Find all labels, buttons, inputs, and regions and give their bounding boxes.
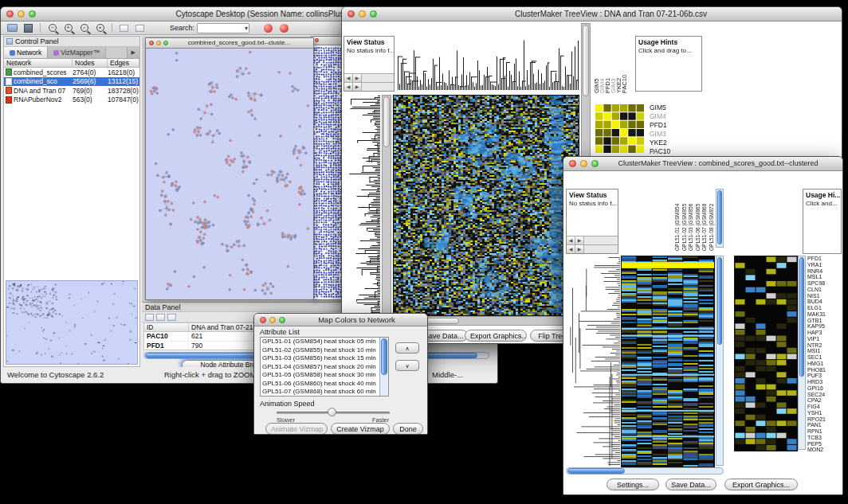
minimize-button[interactable] <box>359 10 366 18</box>
scroll-right-icon[interactable]: ▶ <box>353 83 362 91</box>
settings-button[interactable]: Settings... <box>607 479 659 490</box>
array-column-label[interactable]: GPL51-02 (GSM855 <box>681 187 689 251</box>
scrollbar-track[interactable] <box>362 74 394 82</box>
gene-row-label[interactable]: PAC10 <box>650 147 685 156</box>
animate-vizmap-button[interactable]: Animate Vizmap <box>265 423 328 434</box>
array-column-label[interactable]: GPL51-08 (GSM872 <box>709 187 716 251</box>
minimize-button[interactable] <box>18 10 25 18</box>
gene-label[interactable]: HRD3 <box>807 379 842 385</box>
gene-label[interactable]: CPA2 <box>807 397 842 404</box>
horizontal-scrollbar[interactable] <box>566 467 724 475</box>
gene-row-label[interactable]: GIM3 <box>650 130 685 139</box>
array-column-label[interactable]: GPL51-03 (GSM856 <box>688 187 695 251</box>
gene-label[interactable]: NTR2 <box>807 342 842 349</box>
close-button[interactable] <box>315 38 319 42</box>
column-dendrogram[interactable] <box>397 23 579 90</box>
array-column-label[interactable]: GPL51-07 (GSM868 <box>701 187 709 251</box>
x-scrollbar[interactable]: ◀ ▶ <box>567 236 618 244</box>
array-column-label[interactable]: GPL51-06 (GSM865 <box>695 187 702 251</box>
gene-label[interactable]: GTB1 <box>807 318 842 324</box>
save-session-button[interactable] <box>22 22 35 34</box>
create-vizmap-button[interactable]: Create Vizmap <box>331 423 390 434</box>
gene-label[interactable]: NIS1 <box>807 293 842 299</box>
close-button[interactable] <box>260 317 266 323</box>
annotation-button[interactable] <box>133 22 147 34</box>
export-graphics-button[interactable]: Export Graphics... <box>465 330 527 342</box>
snapshot-button[interactable] <box>117 22 131 34</box>
scrollbar-thumb[interactable] <box>717 257 722 345</box>
gene-label[interactable]: PUF3 <box>807 373 842 379</box>
gene-label[interactable]: RNR4 <box>807 268 842 275</box>
scroll-left-icon[interactable]: ◀ <box>567 236 575 244</box>
attribute-item[interactable]: GPL51-02 (GSM855) heat shock 10 min <box>261 346 388 355</box>
scrollbar-track[interactable] <box>584 245 618 253</box>
attribute-item[interactable]: GPL51-01 (GSM854) heat shock 05 min <box>261 338 388 346</box>
scrollbar-thumb[interactable] <box>799 257 804 377</box>
gene-label[interactable]: YRA1 <box>807 262 842 268</box>
close-button[interactable] <box>6 10 14 18</box>
vertical-scrollbar[interactable] <box>716 256 724 466</box>
gene-row-label[interactable]: GIM4 <box>650 112 685 121</box>
attribute-item[interactable]: GPL51-04 (GSM857) heat shock 20 min <box>261 363 388 372</box>
titlebar[interactable]: ClusterMaker TreeView : DNA and Tran 07-… <box>342 7 842 21</box>
zoom-heatmap-1[interactable] <box>595 104 645 154</box>
gene-label[interactable]: GPI16 <box>807 385 842 392</box>
scrollbar-track[interactable] <box>584 236 618 244</box>
list-scrollbar[interactable] <box>379 338 388 396</box>
col-header-id[interactable]: ID <box>144 323 189 331</box>
gene-label[interactable]: BUD4 <box>807 299 842 305</box>
gene-label[interactable]: MON2 <box>807 447 842 453</box>
zoom-button[interactable] <box>279 317 285 323</box>
zoom-out-button[interactable]: − <box>45 22 59 34</box>
open-session-button[interactable] <box>6 22 19 34</box>
gene-label[interactable]: PAN1 <box>807 422 842 428</box>
zoom-fit-button[interactable]: ▫ <box>77 22 91 34</box>
minimize-button[interactable] <box>269 317 276 323</box>
scrollbar-thumb[interactable] <box>717 190 722 244</box>
col-header-network[interactable]: Network <box>4 59 73 67</box>
search-combobox[interactable]: ▾ <box>197 23 249 33</box>
col-header-nodes[interactable]: Nodes <box>73 59 108 67</box>
label-scrollbar[interactable] <box>716 189 724 248</box>
gene-column-label[interactable]: GIM4 <box>599 36 605 93</box>
zoom-vertical-scrollbar[interactable] <box>798 256 806 450</box>
done-button[interactable]: Done <box>393 423 423 434</box>
plugin-button-1[interactable] <box>261 22 275 34</box>
gene-column-label[interactable]: PFD1 <box>605 36 610 93</box>
y-scrollbar[interactable]: ◀ ▶ <box>567 244 618 253</box>
zoom-button[interactable] <box>163 41 168 45</box>
minimize-button[interactable] <box>580 160 587 167</box>
row-dendrogram[interactable] <box>566 256 620 466</box>
network-overview-thumbnail[interactable] <box>6 280 138 365</box>
zoom-button[interactable] <box>29 10 36 18</box>
network-row[interactable]: RNAPuberNov2 563(0) 107847(0) <box>4 96 139 105</box>
zoom-button[interactable] <box>370 10 377 18</box>
gene-label[interactable]: MSI1 <box>807 348 842 354</box>
scroll-left-icon[interactable]: ◀ <box>344 74 353 82</box>
gene-label[interactable]: FIG4 <box>807 404 842 410</box>
attribute-item[interactable]: GPL51-05 (GSM858) heat shock 30 min <box>261 371 388 380</box>
save-data-button[interactable]: Save Data... <box>665 479 716 490</box>
network-row[interactable]: combined_scores 2764(0) 16218(0) <box>4 68 139 77</box>
gene-label[interactable]: SPC98 <box>807 280 842 287</box>
network-row[interactable]: combined_sco 2569(6) 13112(15) <box>4 77 139 87</box>
gene-label[interactable]: TCB3 <box>807 435 842 441</box>
gene-label[interactable]: KAP95 <box>807 323 842 330</box>
gene-column-label[interactable]: YKE2 <box>616 36 622 93</box>
scrollbar-thumb[interactable] <box>381 338 387 375</box>
gene-label[interactable]: MSL1 <box>807 274 842 280</box>
titlebar[interactable]: Map Colors to Network <box>254 314 427 326</box>
export-graphics-button[interactable]: Export Graphics... <box>724 479 798 490</box>
attribute-item[interactable]: GPL51-07 (GSM868) heat shock 60 min <box>261 388 388 397</box>
gene-label[interactable]: PHO81 <box>807 367 842 373</box>
gene-row-label[interactable]: YKE2 <box>650 139 685 147</box>
scrollbar-thumb[interactable] <box>567 468 625 474</box>
scroll-left-icon[interactable]: ◀ <box>344 83 353 91</box>
gene-label[interactable]: PEP5 <box>807 441 842 447</box>
close-button[interactable] <box>149 41 154 45</box>
animation-speed-slider-thumb[interactable] <box>328 408 336 416</box>
gene-label[interactable]: ELG1 <box>807 305 842 311</box>
select-attributes-icon[interactable] <box>145 314 154 321</box>
network-view-canvas[interactable] <box>146 49 312 299</box>
scrollbar-track[interactable] <box>362 83 394 91</box>
